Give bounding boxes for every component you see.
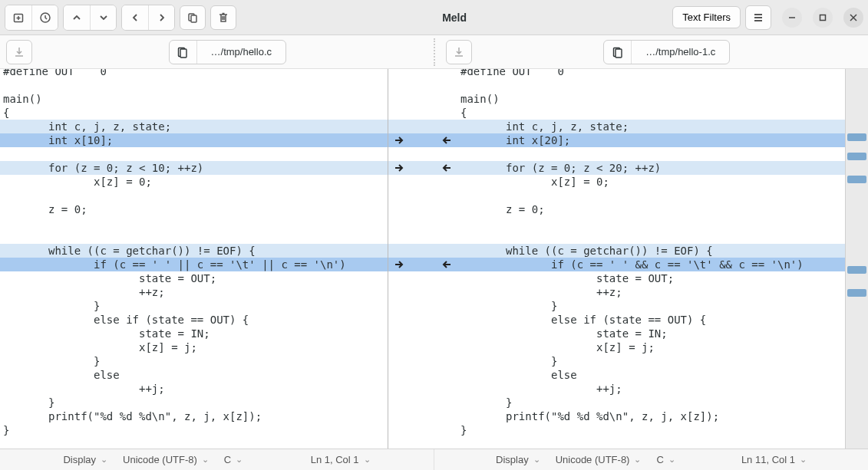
code-line: { bbox=[457, 106, 845, 120]
recent-button[interactable] bbox=[31, 5, 58, 30]
push-left-button[interactable] bbox=[441, 162, 453, 174]
minimize-button[interactable] bbox=[782, 8, 802, 28]
code-line: main() bbox=[0, 92, 388, 106]
display-menu[interactable]: Display bbox=[55, 454, 115, 465]
code-line: printf("%d %d %d\n", z, j, x[z]); bbox=[457, 409, 845, 423]
overview-strip[interactable] bbox=[845, 69, 868, 449]
prev-diff-button[interactable] bbox=[64, 5, 90, 30]
statusbar: Display Unicode (UTF-8) C Ln 1, Col 1 Di… bbox=[0, 449, 868, 470]
code-line: state = IN; bbox=[0, 327, 388, 340]
next-page-button[interactable] bbox=[148, 5, 174, 30]
document-icon bbox=[177, 46, 189, 58]
code-line: printf("%d %d %d\n", z, j, x[z]); bbox=[0, 409, 388, 423]
code-line: { bbox=[0, 106, 388, 120]
code-line bbox=[457, 147, 845, 161]
code-line: else if (state == OUT) { bbox=[457, 313, 845, 327]
code-line bbox=[457, 230, 845, 244]
code-line: for (z = 0; z < 10; ++z) bbox=[0, 161, 388, 175]
new-tab-button[interactable] bbox=[5, 5, 31, 30]
tab-group bbox=[5, 5, 58, 31]
push-left-button[interactable] bbox=[441, 134, 453, 146]
text-filters-button[interactable]: Text Filters bbox=[672, 6, 741, 28]
code-line: } bbox=[457, 396, 845, 409]
lang-menu-left[interactable]: C bbox=[216, 454, 250, 465]
file-path-right[interactable]: …/tmp/hello-1.c bbox=[632, 46, 729, 58]
close-button[interactable] bbox=[843, 8, 863, 28]
minimize-icon bbox=[788, 14, 796, 21]
delete-button[interactable] bbox=[210, 5, 236, 30]
code-line: x[z] = 0; bbox=[457, 175, 845, 189]
push-right-button[interactable] bbox=[393, 162, 405, 174]
push-right-button[interactable] bbox=[393, 258, 405, 271]
save-icon bbox=[13, 46, 25, 58]
svg-rect-8 bbox=[616, 49, 622, 58]
cursor-pos-right[interactable]: Ln 11, Col 1 bbox=[734, 454, 814, 465]
filebar-mid bbox=[429, 35, 440, 68]
svg-rect-6 bbox=[180, 49, 186, 58]
code-line: } bbox=[0, 354, 388, 368]
code-line: } bbox=[0, 299, 388, 313]
diff-gutter bbox=[388, 69, 457, 449]
code-line: z = 0; bbox=[457, 202, 845, 216]
code-line: #define OUT 0 bbox=[0, 69, 388, 78]
menu-button[interactable] bbox=[745, 5, 771, 30]
code-line bbox=[0, 78, 388, 92]
code-line bbox=[0, 230, 388, 244]
code-line: else bbox=[0, 368, 388, 382]
code-line: ++j; bbox=[457, 382, 845, 396]
prev-page-button[interactable] bbox=[122, 5, 148, 30]
titlebar: Meld Text Filters bbox=[0, 0, 868, 35]
save-left-button[interactable] bbox=[6, 40, 32, 64]
hamburger-icon bbox=[752, 12, 764, 24]
lang-menu-right[interactable]: C bbox=[649, 454, 682, 465]
display-menu-right[interactable]: Display bbox=[488, 454, 548, 465]
svg-rect-4 bbox=[820, 15, 826, 20]
close-icon bbox=[850, 14, 857, 21]
code-line: int c, j, z, state; bbox=[457, 120, 845, 133]
code-line: for (z = 0; z < 20; ++z) bbox=[457, 161, 845, 175]
code-line: int c, j, z, state; bbox=[0, 120, 388, 133]
nav-page-group bbox=[121, 5, 175, 31]
next-diff-button[interactable] bbox=[90, 5, 116, 30]
file-path-left[interactable]: …/tmp/hello.c bbox=[197, 46, 285, 58]
encoding-menu-right[interactable]: Unicode (UTF-8) bbox=[548, 454, 649, 465]
statusbar-right: Display Unicode (UTF-8) C Ln 11, Col 1 bbox=[434, 449, 868, 470]
history-icon bbox=[39, 12, 51, 24]
file-pill-right: …/tmp/hello-1.c bbox=[603, 40, 730, 64]
maximize-button[interactable] bbox=[813, 8, 833, 28]
split-handle[interactable] bbox=[434, 38, 435, 66]
code-line: while ((c = getchar()) != EOF) { bbox=[0, 244, 388, 258]
code-pane-left[interactable]: #define OUT 0main(){ int c, j, z, state;… bbox=[0, 69, 388, 449]
copy-icon bbox=[186, 12, 199, 24]
push-right-button[interactable] bbox=[393, 134, 405, 146]
code-line bbox=[457, 216, 845, 230]
code-line bbox=[0, 147, 388, 161]
code-line bbox=[0, 216, 388, 230]
code-line: else if (state == OUT) { bbox=[0, 313, 388, 327]
code-line: main() bbox=[457, 92, 845, 106]
code-line bbox=[0, 189, 388, 202]
encoding-menu-left[interactable]: Unicode (UTF-8) bbox=[115, 454, 216, 465]
open-dialog-left-button[interactable] bbox=[170, 41, 197, 64]
document-icon bbox=[612, 46, 624, 58]
window-title: Meld bbox=[241, 12, 668, 24]
code-line: int x[20]; bbox=[457, 133, 845, 147]
cursor-pos-left[interactable]: Ln 1, Col 1 bbox=[303, 454, 378, 465]
code-line: while ((c = getchar()) != EOF) { bbox=[457, 244, 845, 258]
code-line: if (c == ' ' && c == '\t' && c == '\n') bbox=[457, 258, 845, 271]
code-line: } bbox=[457, 354, 845, 368]
copy-button[interactable] bbox=[180, 5, 206, 30]
diff-body: #define OUT 0main(){ int c, j, z, state;… bbox=[0, 69, 868, 449]
code-line: state = OUT; bbox=[0, 271, 388, 285]
save-right-button[interactable] bbox=[446, 40, 472, 64]
open-dialog-right-button[interactable] bbox=[604, 41, 632, 64]
code-pane-right[interactable]: #define OUT 0main(){ int c, j, z, state;… bbox=[457, 69, 845, 449]
code-line: x[z] = j; bbox=[457, 340, 845, 354]
push-left-button[interactable] bbox=[441, 258, 453, 271]
chevron-left-icon bbox=[130, 12, 140, 23]
code-line: ++j; bbox=[0, 382, 388, 396]
file-pill-left: …/tmp/hello.c bbox=[169, 40, 286, 64]
chevron-right-icon bbox=[157, 12, 167, 23]
code-line: } bbox=[457, 299, 845, 313]
code-line: } bbox=[0, 396, 388, 409]
